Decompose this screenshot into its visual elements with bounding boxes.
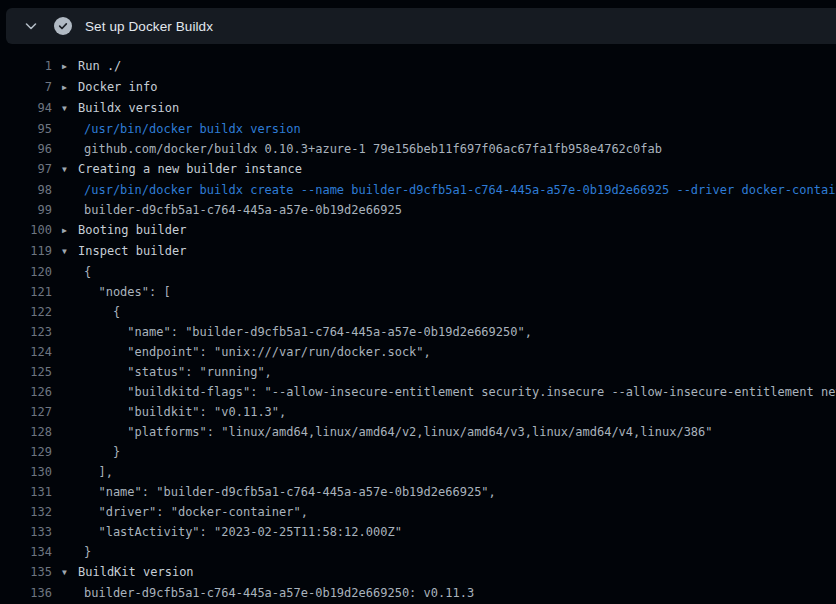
log-line: 121 "nodes": [ — [0, 282, 836, 302]
log-group-line[interactable]: 100▶Booting builder — [0, 220, 836, 241]
line-number[interactable]: 135 — [0, 562, 52, 583]
log-lines: 1▶Run ./7▶Docker info94▼Buildx version95… — [0, 56, 836, 603]
log-line: 98/usr/bin/docker buildx create --name b… — [0, 180, 836, 200]
log-group-line[interactable]: 1▶Run ./ — [0, 56, 836, 77]
line-number[interactable]: 130 — [0, 462, 52, 482]
log-text: { — [84, 305, 120, 319]
line-content: ▶Run ./ — [62, 56, 121, 77]
line-content: "endpoint": "unix:///var/run/docker.sock… — [62, 342, 431, 362]
log-group-line[interactable]: 119▼Inspect builder — [0, 241, 836, 262]
log-line: 96github.com/docker/buildx 0.10.3+azure-… — [0, 139, 836, 159]
log-line: 130 ], — [0, 462, 836, 482]
log-text: /usr/bin/docker buildx create --name bui… — [84, 183, 836, 197]
line-number[interactable]: 134 — [0, 542, 52, 562]
log-line: 131 "name": "builder-d9cfb5a1-c764-445a-… — [0, 482, 836, 502]
line-number[interactable]: 1 — [0, 56, 52, 77]
line-number[interactable]: 7 — [0, 77, 52, 98]
log-text: "platforms": "linux/amd64,linux/amd64/v2… — [84, 425, 713, 439]
line-number[interactable]: 127 — [0, 402, 52, 422]
line-number[interactable]: 126 — [0, 382, 52, 402]
log-text: Creating a new builder instance — [78, 162, 302, 176]
group-expanded-icon: ▼ — [62, 242, 78, 262]
log-line: 126 "buildkitd-flags": "--allow-insecure… — [0, 382, 836, 402]
log-text: /usr/bin/docker buildx version — [84, 122, 301, 136]
step-header[interactable]: Set up Docker Buildx — [6, 8, 836, 44]
log-text: "lastActivity": "2023-02-25T11:58:12.000… — [84, 525, 402, 539]
line-content: "nodes": [ — [62, 282, 171, 302]
line-number[interactable]: 129 — [0, 442, 52, 462]
log-line: 123 "name": "builder-d9cfb5a1-c764-445a-… — [0, 322, 836, 342]
log-group-line[interactable]: 94▼Buildx version — [0, 98, 836, 119]
log-text: } — [84, 445, 120, 459]
group-expanded-icon: ▼ — [62, 563, 78, 583]
line-number[interactable]: 99 — [0, 200, 52, 220]
log-text: "name": "builder-d9cfb5a1-c764-445a-a57e… — [84, 485, 496, 499]
line-number[interactable]: 95 — [0, 119, 52, 139]
line-content: ], — [62, 462, 113, 482]
log-text: builder-d9cfb5a1-c764-445a-a57e-0b19d2e6… — [84, 203, 402, 217]
line-content: /usr/bin/docker buildx version — [62, 119, 301, 139]
log-text: Buildx version — [78, 101, 179, 115]
line-number[interactable]: 94 — [0, 98, 52, 119]
line-content: "status": "running", — [62, 362, 272, 382]
log-text: "name": "builder-d9cfb5a1-c764-445a-a57e… — [84, 325, 532, 339]
line-content: { — [62, 262, 91, 282]
line-number[interactable]: 96 — [0, 139, 52, 159]
line-content: github.com/docker/buildx 0.10.3+azure-1 … — [62, 139, 662, 159]
log-text: } — [84, 545, 91, 559]
line-content: "name": "builder-d9cfb5a1-c764-445a-a57e… — [62, 322, 532, 342]
line-number[interactable]: 125 — [0, 362, 52, 382]
log-text: Docker info — [78, 80, 157, 94]
line-content: "buildkitd-flags": "--allow-insecure-ent… — [62, 382, 836, 402]
log-group-line[interactable]: 97▼Creating a new builder instance — [0, 159, 836, 180]
log-line: 120{ — [0, 262, 836, 282]
line-content: ▼Buildx version — [62, 98, 179, 119]
line-number[interactable]: 121 — [0, 282, 52, 302]
log-text: github.com/docker/buildx 0.10.3+azure-1 … — [84, 142, 662, 156]
line-content: ▶Booting builder — [62, 220, 186, 241]
line-number[interactable]: 124 — [0, 342, 52, 362]
line-number[interactable]: 122 — [0, 302, 52, 322]
log-text: { — [84, 265, 91, 279]
line-number[interactable]: 131 — [0, 482, 52, 502]
log-text: "driver": "docker-container", — [84, 505, 308, 519]
log-line: 132 "driver": "docker-container", — [0, 502, 836, 522]
line-content: } — [62, 542, 91, 562]
line-content: } — [62, 442, 120, 462]
log-text: "status": "running", — [84, 365, 272, 379]
line-content: ▼Creating a new builder instance — [62, 159, 302, 180]
group-expanded-icon: ▼ — [62, 160, 78, 180]
log-text: Inspect builder — [78, 244, 186, 258]
log-group-line[interactable]: 135▼BuildKit version — [0, 562, 836, 583]
log-line: 128 "platforms": "linux/amd64,linux/amd6… — [0, 422, 836, 442]
line-number[interactable]: 98 — [0, 180, 52, 200]
line-number[interactable]: 132 — [0, 502, 52, 522]
line-content: "driver": "docker-container", — [62, 502, 308, 522]
line-number[interactable]: 123 — [0, 322, 52, 342]
line-number[interactable]: 133 — [0, 522, 52, 542]
log-viewer: 1▶Run ./7▶Docker info94▼Buildx version95… — [0, 44, 836, 603]
log-line: 134} — [0, 542, 836, 562]
line-content: { — [62, 302, 120, 322]
line-content: "lastActivity": "2023-02-25T11:58:12.000… — [62, 522, 402, 542]
line-number[interactable]: 97 — [0, 159, 52, 180]
line-content: /usr/bin/docker buildx create --name bui… — [62, 180, 836, 200]
line-content: "name": "builder-d9cfb5a1-c764-445a-a57e… — [62, 482, 496, 502]
log-text: "buildkit": "v0.11.3", — [84, 405, 286, 419]
log-group-line[interactable]: 7▶Docker info — [0, 77, 836, 98]
log-text: "nodes": [ — [84, 285, 171, 299]
log-line: 124 "endpoint": "unix:///var/run/docker.… — [0, 342, 836, 362]
line-number[interactable]: 128 — [0, 422, 52, 442]
log-line: 95/usr/bin/docker buildx version — [0, 119, 836, 139]
log-line: 129 } — [0, 442, 836, 462]
line-number[interactable]: 100 — [0, 220, 52, 241]
line-number[interactable]: 119 — [0, 241, 52, 262]
line-number[interactable]: 136 — [0, 583, 52, 603]
line-number[interactable]: 120 — [0, 262, 52, 282]
log-text: builder-d9cfb5a1-c764-445a-a57e-0b19d2e6… — [84, 586, 474, 600]
collapse-toggle-button[interactable] — [20, 15, 42, 37]
line-content: ▼BuildKit version — [62, 562, 194, 583]
line-content: "buildkit": "v0.11.3", — [62, 402, 286, 422]
check-circle-icon — [54, 17, 72, 35]
line-content: builder-d9cfb5a1-c764-445a-a57e-0b19d2e6… — [62, 200, 402, 220]
